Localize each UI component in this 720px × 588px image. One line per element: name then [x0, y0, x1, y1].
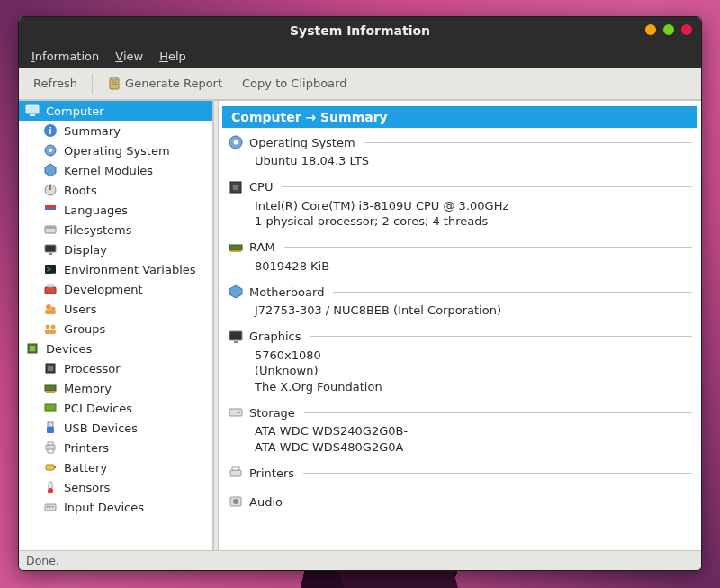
- sidebar-item-usb[interactable]: USB Devices: [19, 418, 212, 438]
- maximize-button[interactable]: [663, 24, 674, 35]
- sidebar-item-display[interactable]: Display: [19, 240, 212, 259]
- sidebar-cat-devices-label: Devices: [46, 342, 92, 356]
- svg-rect-17: [45, 226, 56, 229]
- section-audio-title: Audio: [249, 495, 283, 509]
- sidebar[interactable]: Computer iSummary Operating System Kerne…: [19, 101, 213, 550]
- menu-view[interactable]: View: [108, 47, 150, 66]
- svg-marker-57: [230, 285, 242, 298]
- svg-rect-56: [230, 250, 241, 252]
- svg-rect-2: [112, 82, 117, 83]
- svg-rect-5: [30, 114, 35, 116]
- sidebar-item-input[interactable]: Input Devices: [19, 497, 212, 517]
- menu-help[interactable]: Help: [152, 47, 194, 66]
- svg-rect-39: [47, 427, 54, 433]
- svg-rect-37: [46, 411, 53, 412]
- section-printers-title: Printers: [249, 466, 294, 480]
- sidebar-item-groups[interactable]: Groups: [19, 319, 212, 339]
- window-controls: [645, 24, 692, 35]
- sidebar-item-sensors[interactable]: Sensors: [19, 477, 212, 497]
- drive-icon: [228, 404, 244, 421]
- cpu-icon: [42, 360, 58, 376]
- svg-rect-35: [46, 391, 55, 393]
- minimize-button[interactable]: [645, 24, 656, 35]
- section-graphics: Graphics 5760x1080(Unknown)The X.Org Fou…: [228, 328, 692, 395]
- drive-icon: [42, 222, 58, 238]
- svg-rect-26: [45, 310, 56, 314]
- section-printers: Printers: [228, 464, 692, 484]
- svg-rect-41: [48, 442, 53, 445]
- sidebar-item-dev[interactable]: Development: [19, 279, 212, 299]
- sidebar-cat-computer-label: Computer: [46, 104, 104, 118]
- sidebar-cat-devices[interactable]: Devices: [19, 339, 212, 358]
- sidebar-item-filesystems[interactable]: Filesystems: [19, 220, 212, 240]
- sidebar-item-memory[interactable]: Memory: [19, 378, 212, 398]
- sidebar-item-summary[interactable]: iSummary: [19, 121, 212, 140]
- display-icon: [228, 329, 244, 345]
- section-mobo: Motherboard J72753-303 / NUC8BEB (Intel …: [228, 283, 692, 319]
- menu-view-label: iew: [123, 50, 143, 63]
- breadcrumb: Computer → Summary: [222, 106, 698, 128]
- keyboard-icon: [42, 499, 58, 515]
- svg-rect-59: [234, 341, 238, 343]
- close-button[interactable]: [681, 24, 692, 35]
- refresh-button[interactable]: Refresh: [26, 72, 85, 95]
- svg-point-61: [238, 412, 240, 413]
- power-icon: [42, 182, 58, 198]
- app-window: System Information Information View Help…: [18, 16, 702, 571]
- usb-icon: [42, 420, 58, 436]
- sidebar-cat-computer[interactable]: Computer: [19, 101, 212, 121]
- svg-point-46: [48, 488, 53, 493]
- toolbox-icon: [42, 281, 58, 297]
- copy-clipboard-button[interactable]: Copy to Clipboard: [235, 72, 354, 95]
- main-panel[interactable]: Computer → Summary Operating System Ubun…: [219, 101, 701, 550]
- sidebar-item-languages[interactable]: Languages: [19, 200, 212, 220]
- pci-icon: [42, 400, 58, 416]
- sidebar-item-printers[interactable]: Printers: [19, 438, 212, 457]
- groups-icon: [42, 321, 58, 337]
- svg-point-52: [234, 140, 238, 145]
- svg-rect-29: [45, 330, 56, 334]
- sidebar-item-battery[interactable]: Battery: [19, 457, 212, 477]
- menu-information-label: nformation: [35, 50, 99, 63]
- display-icon: [42, 241, 58, 258]
- section-graphics-title: Graphics: [249, 330, 301, 343]
- svg-rect-50: [52, 506, 54, 508]
- sidebar-item-env[interactable]: >_Environment Variables: [19, 259, 212, 279]
- section-mobo-title: Motherboard: [249, 285, 324, 299]
- toolbar: Refresh Generate Report Copy to Clipboar…: [19, 68, 701, 100]
- menu-information[interactable]: Information: [24, 47, 106, 66]
- section-os-title: Operating System: [249, 136, 356, 149]
- svg-point-65: [233, 499, 238, 504]
- svg-rect-14: [45, 205, 56, 208]
- section-cpu: CPU Intel(R) Core(TM) i3-8109U CPU @ 3.0…: [228, 178, 692, 230]
- statusbar: Done.: [19, 550, 701, 570]
- svg-rect-54: [233, 185, 238, 190]
- svg-text:i: i: [49, 125, 51, 136]
- printer-icon: [228, 465, 244, 481]
- section-storage-title: Storage: [249, 406, 295, 420]
- ram-icon: [42, 380, 58, 396]
- sidebar-item-processor[interactable]: Processor: [19, 358, 212, 378]
- section-os: Operating System Ubuntu 18.04.3 LTS: [228, 133, 692, 169]
- svg-rect-3: [112, 84, 117, 85]
- svg-point-28: [51, 325, 56, 330]
- users-icon: [42, 301, 58, 317]
- gear-icon: [42, 142, 58, 158]
- sidebar-item-os[interactable]: Operating System: [19, 140, 212, 160]
- computer-icon: [24, 103, 40, 119]
- svg-rect-49: [50, 506, 51, 508]
- svg-point-24: [46, 304, 51, 310]
- status-text: Done.: [26, 554, 59, 567]
- section-storage: Storage ATA WDC WDS240G2G0B-ATA WDC WDS4…: [228, 403, 692, 455]
- module-icon: [42, 162, 58, 178]
- sidebar-item-users[interactable]: Users: [19, 299, 212, 319]
- svg-rect-48: [47, 506, 49, 508]
- svg-rect-43: [46, 465, 54, 470]
- sidebar-item-kernel[interactable]: Kernel Modules: [19, 160, 212, 180]
- sidebar-item-pci[interactable]: PCI Devices: [19, 398, 212, 418]
- svg-rect-1: [112, 77, 117, 80]
- svg-rect-58: [230, 331, 242, 340]
- sidebar-item-boots[interactable]: Boots: [19, 180, 212, 200]
- generate-report-button[interactable]: Generate Report: [100, 72, 230, 95]
- svg-rect-19: [49, 253, 52, 255]
